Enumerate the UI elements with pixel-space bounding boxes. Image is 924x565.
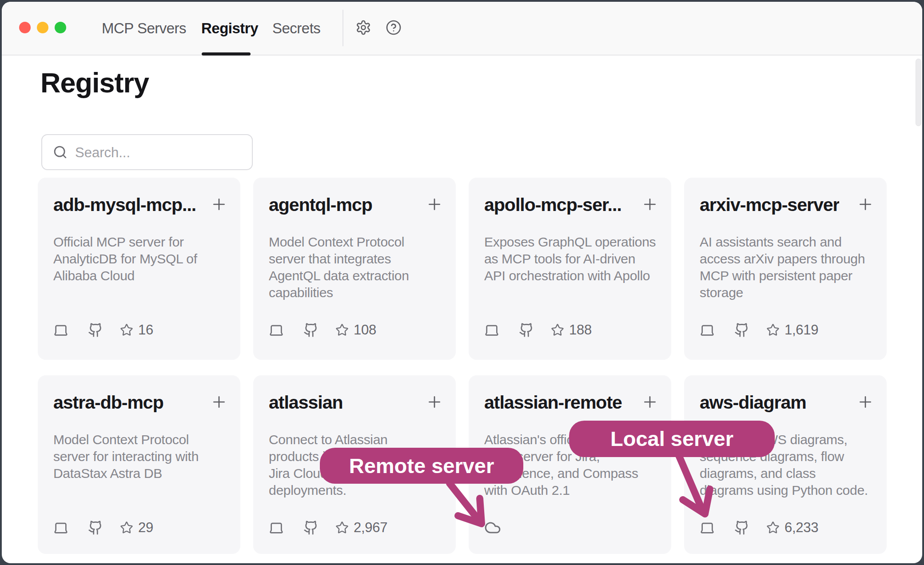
add-server-button[interactable] [641,393,659,411]
laptop-icon [53,322,68,338]
server-name: agentql-mcp [269,195,372,215]
laptop-icon [269,322,284,338]
laptop-icon [700,322,715,338]
app-window: MCP Servers Registry Secrets Registry ad… [2,2,922,563]
star-count: 1,619 [785,322,818,338]
search-icon [53,145,68,159]
help-icon[interactable] [386,20,402,36]
star-count: 6,233 [785,520,818,536]
laptop-icon [53,520,68,535]
card-astra-db-mcp[interactable]: astra-db-mcp Model Context Protocolserve… [38,375,240,554]
server-description: AI assistants search andaccess arXiv pap… [700,234,865,301]
settings-gear-icon[interactable] [355,20,371,36]
star-icon [335,323,349,337]
add-server-button[interactable] [426,393,443,411]
card-apollo-mcp-server[interactable]: apollo-mcp-ser... Exposes GraphQL operat… [469,178,671,360]
search-input[interactable] [74,135,245,170]
add-server-button[interactable] [856,393,874,411]
star-icon [335,521,349,534]
github-icon[interactable] [303,520,319,535]
server-description: Model Context Protocolserver for interac… [53,431,199,482]
server-name: arxiv-mcp-server [700,195,839,215]
laptop-icon [484,322,499,338]
star-count: 16 [138,322,153,338]
server-name: adb-mysql-mcp... [53,195,196,215]
github-icon[interactable] [303,322,319,338]
add-server-button[interactable] [856,195,874,213]
active-tab-underline [202,52,251,56]
add-server-button[interactable] [641,195,659,213]
laptop-icon [269,520,284,535]
server-name: atlassian-remote [484,392,622,413]
github-icon[interactable] [88,520,103,535]
vertical-scrollbar[interactable] [916,59,921,126]
laptop-icon [700,520,715,535]
tab-secrets[interactable]: Secrets [272,20,320,37]
star-count: 188 [569,322,592,338]
star-count: 2,967 [354,520,387,536]
github-icon[interactable] [88,322,103,338]
close-window-button[interactable] [19,22,31,33]
card-arxiv-mcp-server[interactable]: arxiv-mcp-server AI assistants search an… [684,178,887,360]
add-server-button[interactable] [210,393,228,411]
server-name: atlassian [269,392,343,413]
header-divider [343,10,343,46]
tab-mcp-servers[interactable]: MCP Servers [102,20,186,37]
server-name: aws-diagram [700,392,806,413]
card-adb-mysql-mcp[interactable]: adb-mysql-mcp... Official MCP server for… [38,178,240,360]
server-name: apollo-mcp-ser... [484,195,621,215]
server-description: Model Context Protocolserver that integr… [269,234,409,301]
github-icon[interactable] [734,520,749,535]
star-icon [551,323,564,337]
star-count: 29 [138,520,153,536]
tab-registry[interactable]: Registry [201,20,258,37]
remote-server-callout: Remote server [320,448,523,484]
star-icon [120,521,133,534]
server-card-grid: adb-mysql-mcp... Official MCP server for… [38,178,887,554]
server-description: Exposes GraphQL operationsas MCP tools f… [484,234,656,284]
star-icon [766,323,780,337]
page-title: Registry [40,67,149,99]
github-icon[interactable] [519,322,534,338]
zoom-window-button[interactable] [55,22,66,33]
cloud-icon [484,519,501,536]
server-name: astra-db-mcp [53,392,163,413]
titlebar: MCP Servers Registry Secrets [2,2,922,56]
add-server-button[interactable] [426,195,443,213]
github-icon[interactable] [734,322,749,338]
star-icon [766,521,780,534]
search-box [41,134,253,170]
minimize-window-button[interactable] [37,22,48,33]
local-server-callout: Local server [569,421,775,457]
card-aws-diagram[interactable]: aws-diagram Generate AWS diagrams,sequen… [684,375,887,554]
card-agentql-mcp[interactable]: agentql-mcp Model Context Protocolserver… [253,178,456,360]
star-count: 108 [354,322,376,338]
star-icon [120,323,133,337]
server-description: Official MCP server forAnalyticDB for My… [53,234,197,284]
add-server-button[interactable] [210,195,228,213]
